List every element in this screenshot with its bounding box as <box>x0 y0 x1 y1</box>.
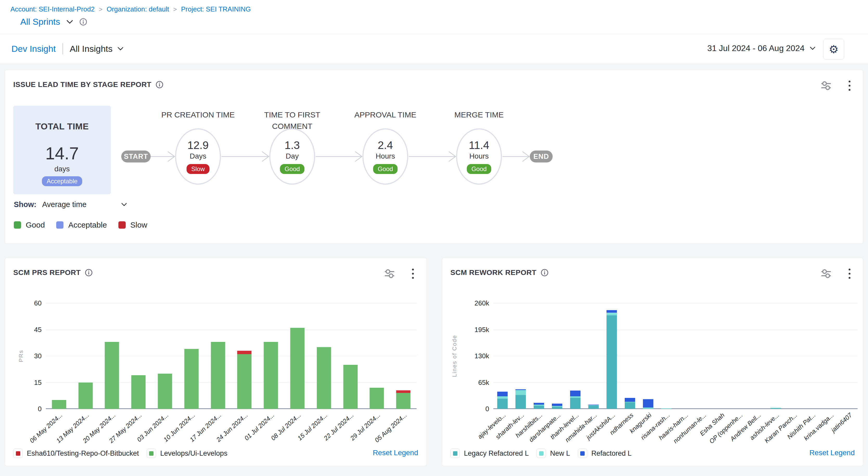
date-range-picker[interactable]: 31 Jul 2024 - 06 Aug 2024 <box>707 43 816 53</box>
kebab-menu-icon[interactable] <box>843 267 856 280</box>
insights-dropdown[interactable]: All Insights <box>70 44 124 54</box>
bar-segment <box>52 400 66 409</box>
chart-column: 15 Jul 2024... <box>311 303 337 409</box>
legend-swatch <box>580 451 585 456</box>
y-axis-label: Lines of Code <box>451 335 458 377</box>
breadcrumb-item[interactable]: Account: SEI-Internal-Prod2 <box>10 5 95 13</box>
chevron-down-icon[interactable] <box>66 19 74 25</box>
bar-segment <box>516 390 526 395</box>
stage-status-badge: Slow <box>187 164 210 174</box>
breadcrumb-item[interactable]: Project: SEI TRAINING <box>181 5 251 13</box>
chart-column: 08 Jul 2024... <box>284 303 311 409</box>
info-icon[interactable] <box>85 269 93 276</box>
legend-item[interactable]: Legacy Refactored L <box>451 449 529 458</box>
bar-segment <box>317 347 331 409</box>
bar-segment <box>131 375 146 409</box>
legend-item[interactable]: New L <box>536 449 570 458</box>
stage-status-badge: Good <box>467 164 492 174</box>
legend-label: Good <box>26 220 45 230</box>
y-axis-tick: 0 <box>486 405 489 413</box>
bar-segment <box>643 408 653 409</box>
legend-checkbox[interactable] <box>147 449 156 458</box>
scm-rework-chart: 260k195k130k65k0ajay-levelo...sharath-le… <box>493 303 858 409</box>
chart-column: nonhuman-le... <box>694 303 712 409</box>
chart-column: krina.vadga... <box>821 303 839 409</box>
chart-column: 22 Jul 2024... <box>337 303 364 409</box>
legend-label: Slow <box>130 220 147 230</box>
chart-column: Esha Shah <box>712 303 730 409</box>
chart-column: 01 Jul 2024... <box>257 303 284 409</box>
panel-title: SCM PRS REPORT <box>13 268 81 277</box>
insight-header: Dev Insight All Insights 31 Jul 2024 - 0… <box>0 34 868 64</box>
chart-column: jatin6407 <box>839 303 858 409</box>
sprint-selector[interactable]: All Sprints <box>20 17 60 27</box>
bar-segment <box>625 398 635 402</box>
show-dropdown[interactable]: Average time <box>42 200 86 209</box>
breadcrumb[interactable]: Account: SEI-Internal-Prod2>Organization… <box>10 5 251 13</box>
chart-column: knagurski <box>639 303 657 409</box>
legend-swatch <box>149 451 154 456</box>
y-axis-tick: 60 <box>34 299 42 307</box>
divider <box>62 43 63 54</box>
kebab-menu-icon[interactable] <box>843 80 856 92</box>
y-axis-tick: 195k <box>474 326 489 333</box>
bar-segment <box>396 393 411 409</box>
bar-segment <box>184 349 198 409</box>
bar-segment <box>607 310 617 313</box>
bar-segment <box>516 395 526 409</box>
reset-legend-link[interactable]: Reset Legend <box>373 449 418 457</box>
chart-column: justAkshitA... <box>602 303 621 409</box>
bar-segment <box>770 408 781 409</box>
breadcrumb-item[interactable]: Organization: default <box>107 5 169 13</box>
bar-segment <box>211 342 225 409</box>
stage-value: 1.3 <box>285 139 300 152</box>
breadcrumb-separator: > <box>173 6 177 13</box>
chart-column: 29 Jul 2024... <box>364 303 390 409</box>
end-pill: END <box>530 150 553 162</box>
chart-column: 06 May 2024... <box>46 303 72 409</box>
stage-unit: Day <box>286 152 299 160</box>
stage-unit: Hours <box>469 152 489 160</box>
lead-time-legend: GoodAcceptableSlow <box>14 220 147 230</box>
legend-item[interactable]: Refactored L <box>578 449 632 458</box>
legend-checkbox[interactable] <box>13 449 23 458</box>
stage-title: PR CREATION TIME <box>151 109 245 121</box>
widget-filters-icon[interactable] <box>820 80 832 92</box>
legend-label: New L <box>550 449 570 457</box>
bar-segment <box>588 405 599 405</box>
chart-column: 27 May 2024... <box>125 303 152 409</box>
lead-time-flow: START END PR CREATION TIME12.9DaysSlowTI… <box>5 70 577 244</box>
legend-item[interactable]: Levelops/Ui-Levelops <box>147 449 227 458</box>
bar-segment <box>497 396 508 399</box>
settings-button[interactable]: ⚙ <box>823 39 844 60</box>
chart-column: nmahida-har... <box>584 303 602 409</box>
chart-column: haaris-harn... <box>676 303 694 409</box>
legend-checkbox[interactable] <box>451 449 460 458</box>
bar-segment <box>497 399 508 409</box>
info-icon[interactable] <box>80 18 87 26</box>
tab-dev-insight[interactable]: Dev Insight <box>11 44 56 54</box>
bar-segment <box>237 351 252 354</box>
info-icon[interactable] <box>541 269 549 276</box>
bar-segment <box>552 407 562 409</box>
stage-circle: 12.9DaysSlow <box>175 128 221 185</box>
chart-column: ajay-levelo... <box>493 303 512 409</box>
legend-checkbox[interactable] <box>536 449 546 458</box>
reset-legend-link[interactable]: Reset Legend <box>809 449 855 457</box>
top-header: Account: SEI-Internal-Prod2>Organization… <box>0 0 868 34</box>
stage-status-badge: Good <box>280 164 305 174</box>
chart-column: ashish-leve... <box>767 303 785 409</box>
widget-filters-icon[interactable] <box>820 267 832 280</box>
scm-rework-panel: SCM REWORK REPORT Lines of Code 260k195k… <box>442 258 863 466</box>
legend-label: Esha610/Testing-Repo-Of-Bitbucket <box>27 449 139 457</box>
kebab-menu-icon[interactable] <box>407 267 419 280</box>
chart-column: 10 Jun 2024... <box>178 303 205 409</box>
chart-column: 03 Jun 2024... <box>152 303 178 409</box>
bar-segment <box>343 365 358 409</box>
chevron-down-icon[interactable] <box>121 202 127 207</box>
legend-item[interactable]: Esha610/Testing-Repo-Of-Bitbucket <box>13 449 139 458</box>
widget-filters-icon[interactable] <box>383 267 396 280</box>
panel-title: SCM REWORK REPORT <box>451 268 536 277</box>
legend-checkbox[interactable] <box>578 449 587 458</box>
stage-circle: 1.3DayGood <box>269 128 315 185</box>
